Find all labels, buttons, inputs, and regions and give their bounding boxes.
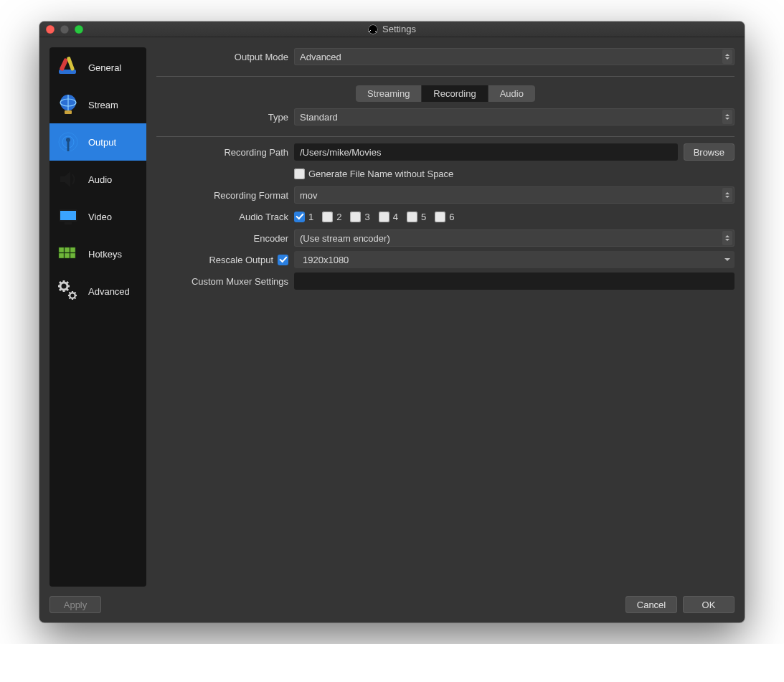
window-title: Settings: [39, 24, 745, 34]
svg-line-26: [60, 289, 61, 290]
main-panel: Output Mode Advanced Streaming Recording…: [156, 47, 735, 587]
audio-track-1[interactable]: 1: [294, 212, 313, 222]
svg-rect-1: [59, 58, 68, 72]
encoder-value: (Use stream encoder): [300, 233, 390, 244]
rescale-output-combo[interactable]: 1920x1080: [294, 251, 735, 268]
output-mode-select[interactable]: Advanced: [294, 48, 735, 65]
recording-format-value: mov: [300, 190, 318, 201]
audio-track-6[interactable]: 6: [435, 212, 454, 222]
svg-rect-13: [59, 247, 64, 252]
audio-track-5[interactable]: 5: [407, 212, 426, 222]
svg-line-25: [67, 289, 68, 290]
recording-format-label: Recording Format: [156, 190, 294, 201]
sidebar-item-label: Audio: [88, 174, 112, 185]
sidebar-item-label: Hotkeys: [88, 249, 122, 260]
advanced-icon: [55, 278, 81, 304]
svg-rect-11: [60, 211, 76, 220]
checkbox-icon: [435, 212, 445, 222]
recording-path-input[interactable]: /Users/mike/Movies: [294, 143, 678, 161]
settings-window: Settings General Stream Output: [39, 22, 745, 622]
type-select[interactable]: Standard: [294, 108, 735, 125]
custom-muxer-input[interactable]: [294, 273, 735, 290]
svg-rect-17: [65, 253, 70, 258]
checkbox-icon: [294, 212, 305, 222]
sidebar-item-label: Video: [88, 212, 112, 222]
checkbox-icon: [294, 169, 305, 179]
type-value: Standard: [300, 112, 338, 123]
stepper-icon: [722, 188, 732, 202]
browse-button[interactable]: Browse: [684, 143, 735, 161]
svg-rect-18: [70, 253, 75, 258]
svg-rect-15: [70, 247, 75, 252]
svg-point-19: [60, 283, 67, 290]
generate-no-space-label: Generate File Name without Space: [308, 169, 453, 179]
divider: [156, 136, 735, 137]
audio-track-2[interactable]: 2: [322, 212, 341, 222]
titlebar: Settings: [39, 22, 745, 37]
recording-format-select[interactable]: mov: [294, 186, 735, 204]
sidebar-item-advanced[interactable]: Advanced: [49, 273, 146, 310]
general-icon: [55, 55, 81, 80]
svg-line-24: [60, 282, 61, 283]
sidebar-item-video[interactable]: Video: [49, 198, 146, 235]
stepper-icon: [722, 231, 732, 245]
ok-button[interactable]: OK: [683, 596, 735, 613]
chevron-down-icon: [724, 258, 730, 261]
obs-app-icon: [368, 24, 378, 34]
sidebar-item-hotkeys[interactable]: Hotkeys: [49, 235, 146, 273]
video-icon: [55, 204, 81, 229]
encoder-select[interactable]: (Use stream encoder): [294, 229, 735, 247]
tab-streaming[interactable]: Streaming: [356, 85, 422, 102]
sidebar-item-label: Advanced: [88, 286, 130, 297]
rescale-output-checkbox[interactable]: [278, 255, 288, 265]
sidebar-item-general[interactable]: General: [49, 49, 146, 86]
audio-track-4[interactable]: 4: [379, 212, 398, 222]
window-controls: [39, 25, 83, 34]
recording-path-value: /Users/mike/Movies: [300, 147, 381, 158]
tab-recording[interactable]: Recording: [422, 85, 488, 102]
output-subtabs: Streaming Recording Audio: [156, 85, 735, 102]
audio-track-3[interactable]: 3: [350, 212, 369, 222]
encoder-label: Encoder: [156, 233, 294, 244]
svg-line-33: [70, 293, 71, 294]
svg-line-35: [70, 298, 71, 299]
stepper-icon: [722, 49, 732, 64]
dialog-footer: Apply Cancel OK: [39, 587, 745, 622]
custom-muxer-label: Custom Muxer Settings: [156, 276, 294, 287]
hotkeys-icon: [55, 241, 81, 267]
zoom-window-icon[interactable]: [75, 25, 83, 34]
divider: [156, 76, 735, 77]
svg-point-9: [66, 138, 70, 142]
svg-point-28: [70, 293, 75, 298]
checkbox-icon: [350, 212, 361, 222]
svg-rect-16: [59, 253, 64, 258]
sidebar-item-label: Stream: [88, 100, 118, 110]
stream-icon: [55, 92, 81, 118]
generate-no-space-checkbox[interactable]: Generate File Name without Space: [294, 169, 453, 179]
svg-rect-14: [65, 247, 70, 252]
output-mode-value: Advanced: [300, 52, 341, 62]
sidebar-item-label: Output: [88, 137, 116, 148]
stepper-icon: [722, 110, 732, 124]
svg-rect-5: [65, 110, 72, 114]
audio-track-group: 1 2 3 4 5 6: [294, 212, 735, 222]
cancel-button[interactable]: Cancel: [625, 596, 677, 613]
minimize-window-icon: [60, 25, 69, 34]
output-icon: [55, 129, 81, 155]
svg-line-34: [75, 298, 76, 299]
recording-path-label: Recording Path: [156, 147, 294, 158]
sidebar-item-output[interactable]: Output: [49, 123, 146, 161]
svg-rect-2: [67, 57, 75, 72]
sidebar-item-audio[interactable]: Audio: [49, 161, 146, 198]
audio-icon: [55, 166, 81, 192]
rescale-output-label: Rescale Output: [209, 255, 273, 265]
sidebar-item-stream[interactable]: Stream: [49, 86, 146, 123]
close-window-icon[interactable]: [46, 25, 55, 34]
tab-audio[interactable]: Audio: [488, 85, 535, 102]
rescale-output-value: 1920x1080: [303, 255, 349, 265]
apply-button[interactable]: Apply: [49, 596, 101, 613]
audio-track-label: Audio Track: [156, 212, 294, 222]
checkbox-icon: [379, 212, 389, 222]
settings-sidebar: General Stream Output Audio: [49, 47, 146, 587]
output-mode-label: Output Mode: [156, 52, 294, 62]
